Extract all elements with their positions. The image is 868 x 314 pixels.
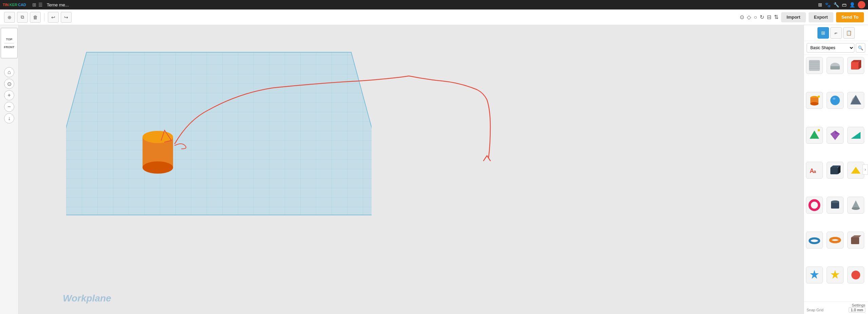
toolbar-location-icon[interactable]: ◇: [747, 14, 751, 20]
zoom-out-btn[interactable]: −: [4, 102, 14, 112]
toolbar-rotate-icon[interactable]: ↻: [760, 14, 764, 20]
canvas-area[interactable]: Workplane: [19, 25, 804, 314]
zoom-controls: ⌂ ⊙ + − ↓: [4, 67, 14, 123]
topbar-user-icon[interactable]: 👤: [849, 2, 855, 7]
logo-tin: TIN: [3, 3, 9, 7]
svg-point-25: [833, 98, 835, 100]
toolbar-align-icon[interactable]: ⊟: [767, 14, 771, 20]
logo-cad: CAD: [18, 3, 26, 7]
topbar-tool-icon[interactable]: 🔧: [833, 2, 839, 7]
topbar-apps-icon[interactable]: ⊞: [818, 2, 822, 7]
shape-pyramid[interactable]: [806, 127, 823, 144]
toolbar-delete-btn[interactable]: 🗑: [30, 12, 41, 23]
svg-marker-26: [850, 95, 861, 104]
shape-cylinder-orange[interactable]: [806, 92, 823, 109]
shape-text[interactable]: Aa: [806, 162, 823, 179]
shape-circle-red[interactable]: [847, 267, 864, 283]
snap-grid-value[interactable]: 1.0 mm: [849, 307, 865, 313]
svg-point-46: [830, 238, 840, 242]
shape-box-navy[interactable]: [827, 162, 844, 179]
toolbar-separator-1: [44, 13, 44, 21]
svg-point-40: [810, 200, 819, 210]
shape-search: Basic Shapes 🔍: [804, 41, 868, 55]
nav-icons: ⊞ ☰: [32, 2, 43, 7]
toolbar: ⊕ ⧉ 🗑 ↩ ↪ ⊙ ◇ ○ ↻ ⊟ ⇅ Import Export Send…: [0, 9, 868, 25]
view-cube[interactable]: TOP ───── FRONT: [1, 28, 18, 58]
topbar-avatar-icon[interactable]: [858, 1, 865, 8]
shape-box-brown[interactable]: [847, 232, 864, 249]
topbar-box-icon[interactable]: 🗃: [842, 2, 847, 7]
shape-ring-orange[interactable]: [827, 232, 844, 249]
svg-point-51: [851, 271, 860, 279]
shape-torus-pink[interactable]: [806, 197, 823, 214]
svg-point-42: [831, 200, 839, 203]
zoom-home-btn[interactable]: ⌂: [4, 67, 14, 77]
shape-star-yellow[interactable]: [827, 267, 844, 283]
panel-icons-row: ⊞ ⌐ 📋: [804, 25, 868, 41]
toolbar-copy-btn[interactable]: ⧉: [17, 12, 28, 23]
shape-red-box[interactable]: [847, 57, 864, 74]
logo-ker: KER: [10, 3, 17, 7]
svg-marker-33: [851, 132, 861, 139]
svg-point-24: [830, 96, 840, 105]
export-button[interactable]: Export: [809, 12, 833, 22]
svg-point-45: [810, 238, 819, 243]
scroll-next-arrow[interactable]: ›: [863, 164, 868, 175]
shape-gem[interactable]: [827, 127, 844, 144]
zoom-fit-btn[interactable]: ⊙: [4, 79, 14, 89]
workplane-svg: [66, 45, 372, 222]
search-button[interactable]: 🔍: [856, 43, 865, 53]
svg-rect-23: [818, 96, 820, 98]
svg-rect-10: [809, 60, 820, 71]
panel-tab-notes[interactable]: 📋: [843, 27, 855, 39]
view-top-label: TOP: [6, 38, 12, 41]
svg-marker-31: [835, 131, 840, 134]
shape-category-select[interactable]: Basic Shapes: [807, 43, 854, 53]
shape-cone-gray[interactable]: [847, 197, 864, 214]
snap-grid-label: Snap Grid: [807, 308, 824, 312]
shape-wedge-teal[interactable]: [847, 127, 864, 144]
shape-half-sphere[interactable]: [827, 57, 844, 74]
svg-marker-48: [851, 235, 861, 237]
shape-sphere-blue[interactable]: [827, 92, 844, 109]
shape-star-blue[interactable]: [806, 267, 823, 283]
toolbar-circle-icon[interactable]: ○: [754, 14, 757, 20]
svg-rect-36: [830, 168, 838, 174]
view-front-label: FRONT: [4, 45, 15, 49]
import-button[interactable]: Import: [781, 12, 806, 22]
shape-torus-blue[interactable]: [806, 232, 823, 249]
svg-marker-50: [831, 270, 839, 279]
svg-rect-29: [818, 129, 820, 131]
svg-rect-5: [66, 45, 372, 222]
svg-text:a: a: [814, 169, 816, 174]
toolbar-redo-btn[interactable]: ↪: [61, 12, 72, 23]
view-divider: ─────: [4, 42, 14, 45]
shape-box-navy2[interactable]: [827, 197, 844, 214]
workplane: [66, 45, 372, 222]
zoom-reset-btn[interactable]: ↓: [4, 113, 14, 123]
shape-wedge-yellow[interactable]: [847, 162, 864, 179]
zoom-in-btn[interactable]: +: [4, 90, 14, 100]
list-icon[interactable]: ☰: [38, 2, 43, 7]
panel-tab-grid[interactable]: ⊞: [817, 27, 829, 39]
shape-striped-box[interactable]: [806, 57, 823, 74]
topbar: TIN KER CAD ⊞ ☰ Terne me... ⊞ 🐾 🔧 🗃 👤: [0, 0, 868, 9]
grid-icon[interactable]: ⊞: [32, 2, 36, 7]
svg-marker-49: [810, 270, 819, 279]
toolbar-undo-btn[interactable]: ↩: [48, 12, 59, 23]
panel-tab-corner[interactable]: ⌐: [830, 27, 842, 39]
topbar-paw-icon[interactable]: 🐾: [825, 2, 831, 7]
right-panel-bottom: Settings Snap Grid 1.0 mm: [804, 301, 868, 314]
svg-marker-39: [851, 167, 861, 174]
project-title[interactable]: Terne me...: [47, 2, 69, 7]
settings-label: Settings: [807, 303, 865, 307]
toolbar-target-icon[interactable]: ⊙: [740, 14, 744, 20]
sendto-button[interactable]: Send To: [836, 12, 864, 22]
right-panel: ⊞ ⌐ 📋 Basic Shapes 🔍: [804, 25, 868, 314]
shape-prism[interactable]: [847, 92, 864, 109]
toolbar-flip-icon[interactable]: ⇅: [774, 14, 778, 20]
toolbar-new-btn[interactable]: ⊕: [4, 12, 15, 23]
svg-point-22: [810, 102, 818, 105]
workplane-label: Workplane: [63, 293, 111, 304]
svg-rect-16: [830, 66, 840, 70]
